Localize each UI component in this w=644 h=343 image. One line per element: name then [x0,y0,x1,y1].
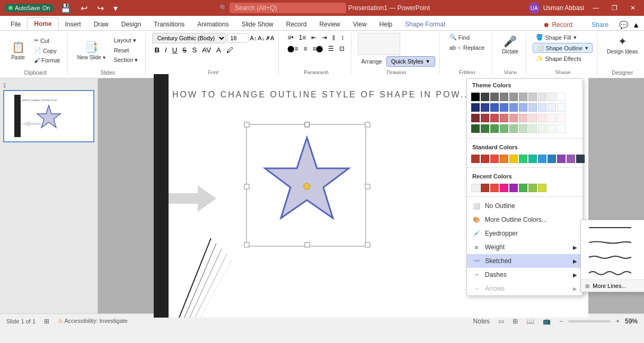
tab-animations[interactable]: Animations [191,19,235,30]
strikethrough-button[interactable]: S̶ [180,45,189,55]
color-swatch[interactable] [500,114,508,122]
slide-sorter-button[interactable]: ⊞ [510,317,520,326]
color-swatch[interactable] [538,103,546,112]
color-swatch[interactable] [538,184,546,192]
color-swatch[interactable] [509,124,518,133]
format-painter-button[interactable]: 🖌 Format [31,56,63,65]
color-swatch[interactable] [471,184,480,192]
presenter-view-button[interactable]: 📺 [541,317,553,326]
color-swatch[interactable] [557,114,566,122]
color-swatch[interactable] [528,93,537,101]
color-swatch[interactable] [481,155,489,163]
shapes-gallery[interactable] [358,33,400,55]
shape-effects-button[interactable]: ✨ Shape Effects [533,54,593,63]
no-outline-item[interactable]: ⬜ No Outline [467,199,583,213]
tab-review[interactable]: Review [313,19,346,30]
color-swatch[interactable] [471,114,480,122]
color-swatch[interactable] [500,103,508,112]
color-swatch[interactable] [528,124,537,133]
char-spacing-button[interactable]: AV [200,45,213,55]
close-button[interactable]: ✕ [626,3,640,13]
color-swatch[interactable] [528,114,537,122]
color-swatch[interactable] [509,184,518,192]
color-swatch[interactable] [481,184,489,192]
undo-button[interactable]: ↩ [77,2,91,14]
more-lines-button[interactable]: ⊞ More Lines... [581,279,644,292]
redo-button[interactable]: ↪ [94,2,107,14]
color-swatch[interactable] [471,155,480,163]
reset-button[interactable]: Reset [111,46,142,55]
restore-button[interactable]: ❐ [607,3,622,13]
tab-home[interactable]: Home [27,17,58,30]
color-swatch[interactable] [500,124,508,133]
slide-thumbnail[interactable]: HOW TO CHANGE OUTLINE STYLE [3,90,94,142]
color-swatch[interactable] [519,124,527,133]
eyedropper-item[interactable]: 💉 Eyedropper [467,227,583,240]
color-swatch[interactable] [500,184,508,192]
notes-button[interactable]: Notes [471,317,492,326]
color-swatch[interactable] [528,103,537,112]
arrange-button[interactable]: Arrange [358,57,385,66]
color-swatch[interactable] [471,124,480,133]
italic-button[interactable]: I [163,45,169,55]
color-swatch[interactable] [519,184,527,192]
color-swatch[interactable] [548,93,556,101]
notes-view-button[interactable]: ⊞ [42,317,51,326]
color-swatch[interactable] [567,155,575,163]
increase-indent-button[interactable]: ⇥ [320,33,329,42]
tab-draw[interactable]: Draw [87,19,115,30]
color-swatch[interactable] [490,93,499,101]
more-outline-colors-item[interactable]: 🎨 More Outline Colors... [467,213,583,227]
color-swatch[interactable] [519,114,527,122]
section-button[interactable]: Section ▾ [111,56,142,65]
color-swatch[interactable] [500,155,508,163]
cut-button[interactable]: ✂ Cut [31,36,63,45]
font-size-input[interactable] [227,33,249,43]
line-spacing-button[interactable]: ↕ [339,33,346,42]
zoom-slider[interactable] [568,320,611,322]
color-swatch[interactable] [509,93,518,101]
color-swatch[interactable] [509,103,518,112]
sketch-style-1[interactable] [581,220,644,235]
underline-button[interactable]: U [170,45,180,55]
quick-styles-button[interactable]: Quick Styles ▼ [386,56,435,67]
reading-view-button[interactable]: 📖 [524,317,536,326]
increase-font-button[interactable]: A↑ [250,35,257,41]
color-swatch[interactable] [481,93,489,101]
shape-fill-button[interactable]: 🪣 Shape Fill ▼ [533,33,593,42]
color-swatch[interactable] [548,114,556,122]
zoom-out-button[interactable]: − [557,317,565,326]
color-swatch[interactable] [481,114,489,122]
color-swatch[interactable] [471,103,480,112]
columns-button[interactable]: ⫿ [330,33,338,42]
share-button[interactable]: Share [585,20,615,30]
color-swatch[interactable] [576,155,585,163]
tab-transitions[interactable]: Transitions [147,19,191,30]
tab-design[interactable]: Design [115,19,147,30]
justify-button[interactable]: ☰ [326,44,336,53]
record-button[interactable]: ⏺ Record [537,20,579,30]
color-swatch[interactable] [519,155,527,163]
color-swatch[interactable] [548,124,556,133]
align-center-button[interactable]: ≡ [301,44,309,53]
font-name-select[interactable]: Century Gothic (Body) [152,33,226,43]
color-swatch[interactable] [557,93,566,101]
paste-button[interactable]: 📋 Paste [7,39,29,62]
decrease-font-button[interactable]: A↓ [258,35,264,41]
numbering-button[interactable]: 1≡ [297,33,308,42]
font-color-button[interactable]: A [214,45,223,55]
color-swatch[interactable] [538,155,546,163]
sketch-style-3[interactable] [581,250,644,265]
layout-button[interactable]: Layout ▾ [111,36,142,45]
replace-button[interactable]: ab→ Replace [446,43,488,52]
sketched-item[interactable]: 〰 Sketched ▶ [467,254,583,268]
color-swatch[interactable] [500,93,508,101]
normal-view-button[interactable]: ▭ [496,317,506,326]
color-swatch[interactable] [548,103,556,112]
color-swatch[interactable] [481,124,489,133]
align-left-button[interactable]: ⬤≡ [285,44,300,53]
zoom-in-button[interactable]: + [614,317,622,326]
color-swatch[interactable] [509,155,518,163]
clear-format-button[interactable]: ✗A [266,35,274,42]
color-swatch[interactable] [471,93,480,101]
